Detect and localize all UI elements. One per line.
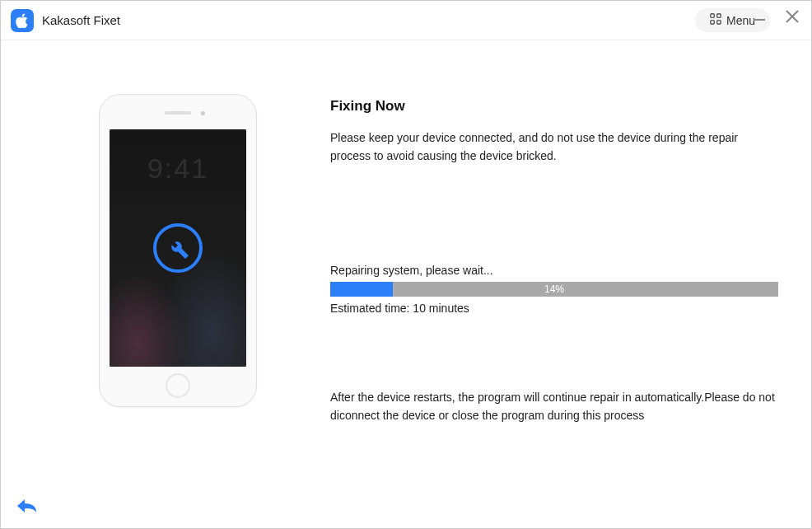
back-arrow-icon: [15, 497, 38, 515]
phone-speaker-icon: [165, 111, 191, 115]
app-logo-icon: [11, 9, 34, 32]
back-button[interactable]: [14, 495, 39, 517]
svg-rect-1: [717, 14, 721, 17]
svg-rect-2: [711, 21, 714, 24]
minimize-button[interactable]: [754, 19, 765, 21]
phone-home-button-icon: [166, 373, 190, 398]
status-label: Repairing system, please wait...: [330, 264, 778, 277]
progress-fill: [330, 282, 393, 297]
phone-camera-icon: [201, 111, 205, 115]
device-preview-panel: 9:41: [26, 73, 330, 512]
window-controls: [754, 9, 800, 24]
app-title: Kakasoft Fixet: [42, 13, 695, 27]
close-button[interactable]: [785, 9, 800, 24]
phone-mockup: 9:41: [99, 94, 257, 407]
menu-label: Menu: [726, 14, 755, 27]
status-panel: Fixing Now Please keep your device conne…: [330, 73, 786, 512]
eta-label: Estimated time: 10 minutes: [330, 302, 778, 315]
menu-grid-icon: [710, 13, 721, 27]
titlebar: Kakasoft Fixet Menu: [1, 1, 811, 40]
svg-rect-0: [711, 14, 714, 17]
progress-bar: 14%: [330, 282, 778, 297]
phone-lock-time: 9:41: [110, 152, 246, 185]
main-content: 9:41 Fixing Now Please keep your device …: [1, 40, 811, 528]
phone-screen: 9:41: [110, 129, 246, 367]
footnote-text: After the device restarts, the program w…: [330, 389, 778, 424]
progress-percent-text: 14%: [544, 283, 564, 295]
page-heading: Fixing Now: [330, 73, 778, 115]
app-window: Kakasoft Fixet Menu: [0, 0, 812, 529]
instructions-text: Please keep your device connected, and d…: [330, 129, 778, 165]
wrench-icon: [153, 223, 203, 273]
svg-rect-3: [717, 21, 721, 24]
